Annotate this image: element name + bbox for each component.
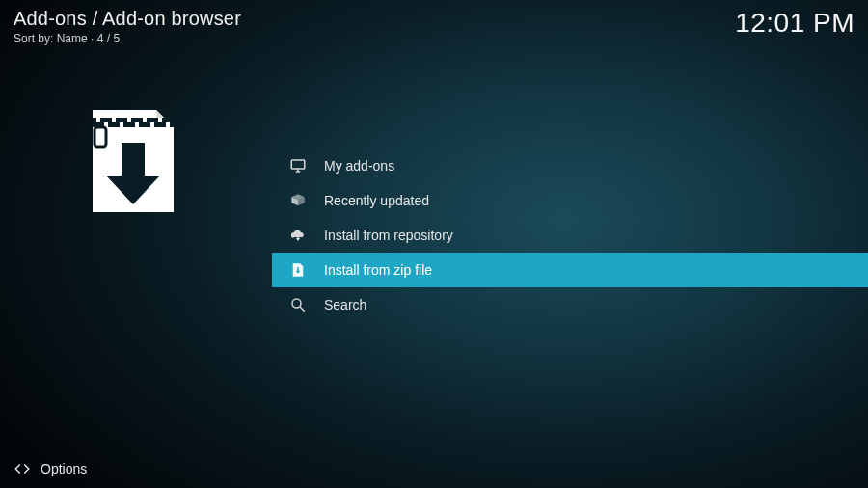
list-position: 4 / 5	[97, 32, 120, 45]
breadcrumb: Add-ons / Add-on browser	[14, 8, 241, 30]
options-icon[interactable]	[14, 460, 31, 477]
header: Add-ons / Add-on browser Sort by: Name ·…	[14, 8, 854, 45]
menu-item-install-from-zip[interactable]: Install from zip file	[272, 253, 868, 287]
svg-rect-4	[120, 122, 123, 127]
zip-file-download-icon	[75, 104, 191, 220]
svg-rect-9	[158, 118, 162, 122]
svg-rect-12	[291, 160, 305, 169]
svg-rect-10	[166, 122, 170, 127]
monitor-icon	[287, 155, 309, 176]
menu-item-recently-updated[interactable]: Recently updated	[272, 183, 868, 218]
sort-label: Sort by:	[14, 32, 53, 45]
svg-rect-5	[127, 118, 131, 122]
menu-item-label: Search	[324, 297, 366, 312]
svg-point-15	[292, 299, 301, 308]
sort-separator: ·	[91, 32, 97, 45]
menu-item-label: Recently updated	[324, 193, 429, 208]
svg-rect-3	[112, 118, 116, 122]
menu-item-label: My add-ons	[324, 158, 394, 174]
menu-item-my-addons[interactable]: My add-ons	[272, 149, 868, 183]
menu-item-install-from-repository[interactable]: Install from repository	[272, 218, 868, 253]
zip-download-icon	[287, 259, 309, 281]
clock: 12:01 PM	[735, 8, 854, 39]
box-open-icon	[287, 190, 309, 211]
svg-rect-11	[95, 127, 106, 147]
footer: Options	[0, 449, 868, 488]
svg-rect-7	[143, 118, 147, 122]
search-icon	[287, 294, 309, 315]
svg-line-16	[300, 307, 305, 312]
menu-item-label: Install from repository	[324, 228, 453, 243]
options-button[interactable]: Options	[41, 461, 87, 476]
addon-browser-menu: My add-ons Recently updated Install from…	[272, 149, 868, 322]
svg-rect-8	[150, 122, 154, 127]
sort-value: Name	[57, 32, 88, 45]
addon-browser-hero-icon	[75, 104, 191, 220]
svg-rect-1	[96, 118, 100, 122]
svg-rect-6	[135, 122, 139, 127]
cloud-download-icon	[287, 225, 309, 246]
header-left: Add-ons / Add-on browser Sort by: Name ·…	[14, 8, 241, 45]
menu-item-label: Install from zip file	[324, 262, 432, 278]
sort-line: Sort by: Name · 4 / 5	[14, 32, 241, 45]
menu-item-search[interactable]: Search	[272, 287, 868, 322]
